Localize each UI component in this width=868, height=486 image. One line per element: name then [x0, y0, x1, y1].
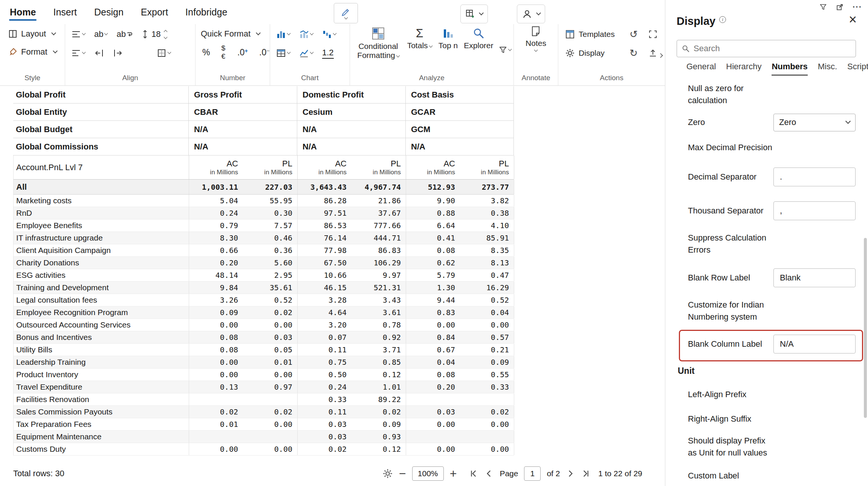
table-cell[interactable]: 0.47 — [460, 269, 514, 281]
table-view-button[interactable] — [276, 48, 290, 58]
table-cell[interactable]: 106.29 — [351, 257, 406, 269]
table-row[interactable]: Bonus and Incentives0.080.030.070.920.84… — [14, 331, 514, 344]
table-cell[interactable]: 3.28 — [297, 294, 351, 306]
table-row[interactable]: Leadership Training0.000.010.750.850.040… — [14, 356, 514, 369]
table-cell[interactable]: 0.02 — [351, 406, 406, 418]
column-header-cell[interactable]: PLin Millions — [351, 155, 406, 179]
table-cell[interactable]: 46.15 — [297, 282, 351, 294]
zoom-level[interactable]: 100% — [412, 466, 444, 481]
notes-button[interactable]: Notes — [526, 25, 546, 74]
row-label-cell[interactable]: Client Aquisition Campaign — [14, 244, 189, 256]
waterfall-chart-button[interactable] — [322, 29, 336, 39]
table-cell[interactable]: 0.03 — [406, 406, 460, 418]
percent-format-button[interactable]: % — [202, 47, 210, 58]
redo-icon[interactable]: ↻ — [630, 48, 646, 58]
table-cell[interactable]: 0.79 — [189, 219, 243, 232]
filter-button[interactable] — [499, 46, 511, 54]
settings-gear-icon[interactable] — [382, 468, 393, 479]
row-label-cell[interactable]: RnD — [14, 207, 189, 219]
table-cell[interactable]: 0.50 — [297, 369, 351, 381]
meta-value-cell[interactable]: Domestic Profit — [297, 86, 405, 103]
table-cell[interactable]: 4,967.74 — [351, 180, 406, 194]
zoom-out-button[interactable]: − — [399, 468, 406, 480]
row-label-cell[interactable]: Bonus and Incentives — [14, 331, 189, 343]
row-label-cell[interactable]: Utility Bills — [14, 344, 189, 356]
table-cell[interactable]: 5.60 — [243, 257, 297, 269]
text-case-button[interactable]: ab — [94, 29, 107, 39]
meta-value-cell[interactable]: Gross Profit — [188, 86, 297, 103]
table-cell[interactable]: 5.79 — [406, 269, 460, 281]
table-cell[interactable]: 16.29 — [460, 282, 514, 294]
table-cell[interactable]: 512.93 — [406, 180, 460, 194]
table-cell[interactable]: 0.08 — [406, 369, 460, 381]
wrap-text-button[interactable]: ab — [116, 29, 132, 39]
row-label-cell[interactable]: Sales Commission Payouts — [14, 406, 189, 418]
table-cell[interactable]: 10.66 — [297, 269, 351, 281]
decrease-indent-icon[interactable] — [94, 48, 104, 58]
row-label-cell[interactable]: Charity Donations — [14, 257, 189, 269]
top-n-button[interactable]: Top n — [436, 26, 460, 74]
table-cell[interactable]: 0.12 — [351, 369, 406, 381]
table-cell[interactable]: 4.10 — [460, 219, 514, 232]
table-row[interactable]: Employee Benefits0.797.5786.53777.666.64… — [14, 219, 514, 232]
table-cell[interactable]: 0.84 — [406, 331, 460, 343]
table-cell[interactable]: 0.09 — [460, 356, 514, 368]
borders-button[interactable] — [157, 48, 171, 58]
table-cell[interactable]: 0.02 — [243, 406, 297, 418]
table-cell[interactable]: 0.08 — [189, 344, 243, 356]
table-cell[interactable]: 0.33 — [460, 381, 514, 393]
table-row[interactable]: Customs Duty0.000.000.020.120.000.00 — [14, 443, 514, 456]
table-cell[interactable]: 777.66 — [351, 219, 406, 232]
table-cell[interactable]: 0.00 — [243, 418, 297, 430]
table-row[interactable]: Outsourced Accounting Services0.000.003.… — [14, 319, 514, 331]
table-cell[interactable]: 35.61 — [243, 282, 297, 294]
ribbon-tab-infobridge[interactable]: Infobridge — [185, 6, 228, 18]
meta-value-cell[interactable]: GCM — [405, 121, 514, 138]
row-label-cell[interactable]: Travel Expenditure — [14, 381, 189, 393]
table-cell[interactable]: 8.13 — [460, 257, 514, 269]
meta-value-cell[interactable]: N/A — [188, 138, 297, 155]
row-dimension-header[interactable]: Account.PnL Lvl 7 — [14, 155, 189, 179]
table-cell[interactable]: 0.66 — [189, 244, 243, 256]
explorer-button[interactable]: Explorer — [464, 26, 494, 74]
table-cell[interactable]: 0.00 — [189, 319, 243, 331]
table-cell[interactable] — [460, 393, 514, 405]
table-cell[interactable]: 5.04 — [189, 195, 243, 207]
table-cell[interactable]: 0.97 — [243, 381, 297, 393]
table-row[interactable]: Equipment Maintenance0.030.93 — [14, 431, 514, 443]
table-cell[interactable]: 86.83 — [351, 244, 406, 256]
panel-tab-hierarchy[interactable]: Hierarchy — [726, 62, 761, 76]
table-cell[interactable]: 0.75 — [297, 356, 351, 368]
row-label-cell[interactable]: Marketing costs — [14, 195, 189, 207]
table-cell[interactable]: 86.28 — [297, 195, 351, 207]
ribbon-tab-export[interactable]: Export — [140, 6, 169, 18]
table-cell[interactable]: 0.00 — [406, 418, 460, 430]
row-label-cell[interactable]: Equipment Maintenance — [14, 431, 189, 443]
meta-value-cell[interactable]: Cost Basis — [405, 86, 514, 103]
table-cell[interactable]: 0.09 — [189, 306, 243, 318]
row-label-cell[interactable]: Facilities Renovation — [14, 393, 189, 405]
table-cell[interactable]: 0.41 — [406, 232, 460, 244]
table-cell[interactable]: 0.00 — [460, 418, 514, 430]
table-cell[interactable]: 0.85 — [351, 356, 406, 368]
table-cell[interactable]: 0.00 — [460, 443, 514, 455]
table-cell[interactable]: 0.01 — [243, 356, 297, 368]
table-cell[interactable]: 0.24 — [189, 207, 243, 219]
table-cell[interactable]: 0.38 — [460, 207, 514, 219]
more-options-icon[interactable]: ··· — [853, 2, 862, 12]
conditional-formatting-button[interactable]: Conditional Formatting — [354, 26, 403, 74]
table-cell[interactable] — [189, 393, 243, 405]
line-chart-button[interactable] — [299, 48, 313, 58]
column-header-cell[interactable]: ACin Millions — [297, 155, 351, 179]
table-cell[interactable]: 1,003.11 — [189, 180, 243, 194]
row-label-cell[interactable]: ESG activities — [14, 269, 189, 281]
panel-tab-general[interactable]: General — [686, 62, 716, 76]
table-cell[interactable]: 0.03 — [243, 331, 297, 343]
format-button[interactable]: Format — [0, 43, 65, 61]
undo-icon[interactable]: ↺ — [630, 29, 646, 39]
row-label-cell[interactable]: Employee Recognition Program — [14, 306, 189, 318]
table-cell[interactable]: 273.77 — [460, 180, 514, 194]
table-cell[interactable]: 0.02 — [243, 306, 297, 318]
table-cell[interactable]: 0.36 — [243, 244, 297, 256]
edit-mode-split-button[interactable] — [334, 3, 358, 23]
